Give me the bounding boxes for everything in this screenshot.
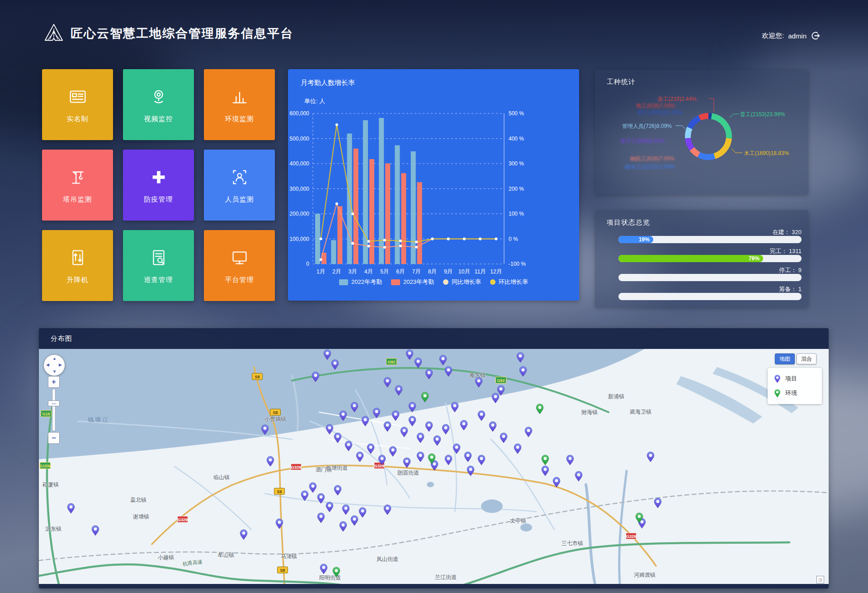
- tile-label: 实名制: [67, 115, 89, 123]
- tile-crane[interactable]: 塔吊监测: [42, 150, 113, 221]
- map-titlebar: 分布图: [39, 328, 829, 349]
- legend-swatch: [443, 279, 448, 285]
- status-progress-fill: 79%: [618, 255, 763, 262]
- town-label: 三七市镇: [561, 540, 583, 547]
- legend-item[interactable]: 2023年考勤: [391, 278, 434, 286]
- tile-label: 防疫管理: [144, 195, 173, 204]
- map-canvas[interactable]: 庵东镇新浦镇附海镇观海卫镇小曹娥镇泗门镇临山镇低塘街道朗霞街道马渚镇牟山镇凤山街…: [39, 349, 829, 584]
- tile-med-cross[interactable]: 防疫管理: [123, 150, 194, 221]
- tile-lift[interactable]: 升降机: [42, 230, 113, 301]
- project-marker-icon: [774, 374, 781, 383]
- road-badge: G15: [41, 410, 52, 417]
- tile-label: 塔吊监测: [63, 195, 92, 204]
- svg-text:0 %: 0 %: [509, 236, 518, 242]
- svg-text:10月: 10月: [458, 268, 470, 275]
- person-scan-icon: [229, 167, 250, 189]
- tile-platform[interactable]: 平台管理: [204, 230, 275, 301]
- donut-label: 架子工(808)9.00%: [620, 137, 665, 145]
- town-label: 牟山镇: [218, 551, 234, 559]
- zoom-in-button[interactable]: +: [48, 376, 60, 388]
- svg-text:0: 0: [306, 261, 309, 267]
- legend-label: 同比增长率: [452, 278, 481, 286]
- map-expand-icon[interactable]: ◳: [816, 576, 824, 584]
- svg-text:100,000: 100,000: [290, 236, 310, 242]
- svg-text:100 %: 100 %: [509, 211, 524, 217]
- legend-swatch: [339, 279, 348, 285]
- town-label: 崧厦镇: [42, 481, 59, 489]
- status-row-label: 停工： 9: [779, 266, 802, 274]
- road-badge: S8: [277, 567, 288, 574]
- svg-text:7月: 7月: [412, 268, 420, 275]
- road-badge: G92: [386, 358, 397, 365]
- status-progress-track: [618, 274, 802, 281]
- map-legend-item[interactable]: 环境: [768, 386, 822, 400]
- status-name: 完工: [769, 248, 781, 254]
- user-area: 欢迎您: admin: [762, 31, 821, 41]
- svg-text:4月: 4月: [364, 268, 373, 275]
- legend-item[interactable]: 2022年考勤: [339, 278, 382, 286]
- attendance-chart-panel: 月考勤人数增长率 单位: 人 600,000500 %500,000400 %4…: [288, 69, 579, 301]
- module-tile-grid: 实名制视频监控环境监测塔吊监测防疫管理人员监测升降机巡查管理平台管理: [42, 69, 275, 301]
- svg-text:3月: 3月: [348, 268, 357, 275]
- svg-text:200 %: 200 %: [509, 186, 524, 192]
- header: 匠心云智慧工地综合管理服务信息平台 欢迎您: admin: [0, 0, 868, 50]
- status-count: 320: [792, 229, 802, 235]
- zoom-slider-track[interactable]: [52, 389, 56, 431]
- map-legend-item[interactable]: 项目: [768, 372, 822, 386]
- map-type-button-map[interactable]: 地图: [775, 353, 795, 364]
- town-label: 临山镇: [213, 474, 230, 481]
- tile-label: 环境监测: [225, 115, 254, 123]
- pan-up-icon[interactable]: ▲: [52, 356, 57, 361]
- inspect-icon: [148, 247, 169, 270]
- zoom-slider-handle[interactable]: —: [48, 400, 60, 406]
- status-percent: 19%: [639, 236, 650, 243]
- water-label: 钱塘江: [88, 416, 109, 424]
- tile-id-card[interactable]: 实名制: [42, 69, 113, 140]
- lift-icon: [67, 247, 88, 270]
- tile-camera[interactable]: 视频监控: [123, 69, 194, 140]
- project-status-title: 项目状态总览: [607, 218, 650, 227]
- camera-icon: [148, 86, 169, 109]
- svg-text:9月: 9月: [444, 268, 453, 275]
- town-label: 朗霞街道: [397, 469, 419, 477]
- map-type-button-hybrid[interactable]: 混合: [797, 353, 816, 364]
- project-status-panel: 项目状态总览 在建： 32019%完工： 131179%停工： 9筹备： 1: [595, 210, 808, 307]
- pan-right-icon[interactable]: ▶: [59, 362, 62, 367]
- pan-down-icon[interactable]: ▼: [52, 369, 57, 374]
- legend-item[interactable]: 环比增长率: [490, 278, 528, 286]
- trade-stats-panel: 工种统计 杂工(219)2.44%普工(2153)23.99%木工(1690)1…: [595, 70, 808, 195]
- svg-text:-100 %: -100 %: [509, 261, 526, 267]
- map-pan-control[interactable]: ▲ ▼ ◀ ▶: [43, 354, 65, 376]
- status-progress-track: 79%: [618, 255, 802, 262]
- svg-text:6月: 6月: [396, 268, 405, 275]
- tile-person-scan[interactable]: 人员监测: [204, 150, 275, 221]
- tile-inspect[interactable]: 巡查管理: [123, 230, 194, 301]
- svg-text:400,000: 400,000: [290, 160, 310, 167]
- legend-label: 环比增长率: [499, 278, 528, 286]
- status-count: 9: [798, 267, 802, 273]
- road-badge: S8: [270, 409, 281, 416]
- legend-item[interactable]: 同比增长率: [443, 278, 481, 286]
- svg-text:500,000: 500,000: [290, 136, 310, 142]
- map-marker-legend: 项目环境: [768, 368, 822, 404]
- road-badge: G329: [626, 533, 637, 540]
- map-legend-label: 项目: [785, 375, 797, 383]
- status-percent: 79%: [749, 255, 760, 262]
- road-badge: G15W: [40, 462, 51, 469]
- svg-text:1月: 1月: [316, 268, 325, 275]
- env-bars-icon: [229, 86, 250, 109]
- town-label: 低塘街道: [326, 464, 348, 472]
- status-count: 1311: [789, 248, 802, 254]
- legend-label: 2023年考勤: [403, 278, 434, 286]
- svg-text:2月: 2月: [332, 268, 341, 275]
- map-legend-label: 环境: [785, 389, 797, 397]
- tile-env-bars[interactable]: 环境监测: [204, 69, 275, 140]
- town-label: 沥东镇: [45, 525, 61, 533]
- pan-left-icon[interactable]: ◀: [46, 362, 49, 367]
- env-marker-icon: [774, 389, 781, 398]
- logout-icon[interactable]: [811, 31, 821, 41]
- svg-text:400 %: 400 %: [509, 136, 524, 142]
- zoom-out-button[interactable]: −: [48, 432, 60, 444]
- town-label: 兰江街道: [435, 574, 457, 581]
- status-name: 停工: [779, 267, 791, 273]
